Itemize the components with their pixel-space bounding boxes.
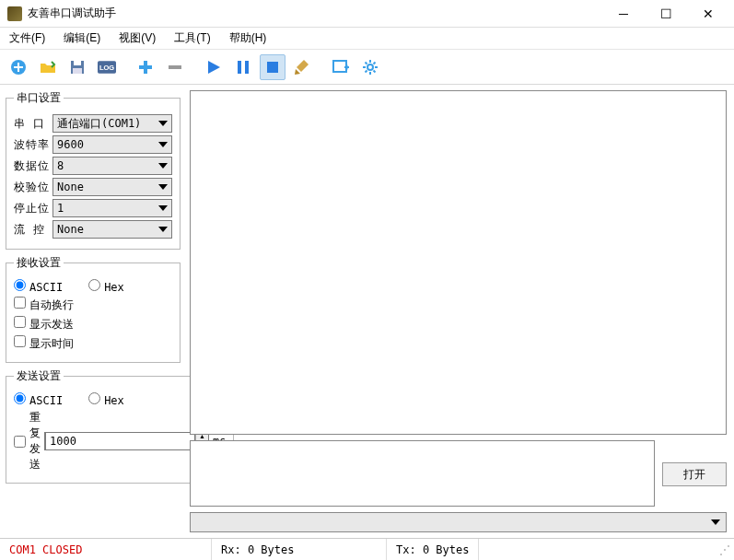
resize-grip-icon[interactable]: ⋰: [719, 543, 734, 556]
menu-edit[interactable]: 编辑(E): [60, 29, 104, 48]
svg-rect-9: [267, 62, 278, 73]
svg-rect-2: [74, 61, 81, 65]
app-icon: [7, 6, 22, 21]
toolbar: LOG: [0, 50, 734, 85]
recv-ascii-radio[interactable]: ASCII: [14, 279, 63, 294]
minimize-button[interactable]: ─: [611, 5, 636, 23]
svg-rect-10: [333, 61, 346, 72]
flow-select[interactable]: None: [52, 220, 172, 239]
baud-label: 波特率: [14, 137, 52, 153]
interval-spinner[interactable]: ▲▼: [44, 432, 209, 450]
window-title: 友善串口调试助手: [28, 6, 611, 21]
databits-select[interactable]: 8: [52, 157, 172, 175]
baud-select[interactable]: 9600: [52, 135, 172, 154]
svg-text:LOG: LOG: [99, 64, 114, 72]
recv-settings-legend: 接收设置: [14, 255, 64, 271]
plus-icon[interactable]: [133, 54, 158, 80]
stopbits-select[interactable]: 1: [52, 199, 172, 217]
serial-settings-group: 串口设置 串 口 通信端口(COM1) 波特率 9600 数据位 8 校验位 N…: [6, 90, 181, 250]
svg-rect-7: [238, 61, 241, 74]
log-icon[interactable]: LOG: [94, 54, 120, 80]
repeat-checkbox[interactable]: 重复发送: [14, 410, 41, 472]
open-folder-icon[interactable]: [35, 54, 61, 80]
save-disk-icon[interactable]: [64, 54, 90, 80]
parity-select[interactable]: None: [52, 178, 172, 196]
close-button[interactable]: ✕: [695, 5, 721, 23]
svg-point-11: [367, 64, 373, 70]
status-tx: Tx: 0 Bytes: [387, 539, 479, 560]
history-select[interactable]: [190, 512, 727, 532]
menu-file[interactable]: 文件(F): [6, 29, 49, 48]
new-icon[interactable]: [6, 54, 31, 80]
show-send-checkbox[interactable]: 显示发送: [14, 316, 74, 332]
menu-view[interactable]: 视图(V): [115, 29, 159, 48]
svg-rect-3: [73, 68, 82, 74]
status-rx: Rx: 0 Bytes: [212, 539, 387, 560]
minus-icon[interactable]: [162, 54, 188, 80]
menu-tools[interactable]: 工具(T): [170, 29, 214, 48]
flow-label: 流 控: [14, 222, 52, 238]
recv-hex-radio[interactable]: Hex: [88, 279, 124, 294]
show-time-checkbox[interactable]: 显示时间: [14, 335, 74, 352]
maximize-button[interactable]: ☐: [653, 5, 679, 23]
send-ascii-radio[interactable]: ASCII: [14, 392, 63, 407]
play-icon[interactable]: [201, 54, 227, 80]
port-label: 串 口: [14, 116, 52, 132]
open-button[interactable]: 打开: [662, 462, 727, 486]
parity-label: 校验位: [14, 180, 52, 195]
recv-settings-group: 接收设置 ASCII Hex 自动换行 显示发送 显示时间: [6, 255, 181, 363]
menubar: 文件(F) 编辑(E) 视图(V) 工具(T) 帮助(H): [0, 28, 734, 50]
gear-icon[interactable]: [357, 54, 383, 80]
broom-icon[interactable]: [289, 54, 315, 80]
send-settings-legend: 发送设置: [14, 368, 64, 384]
stop-icon[interactable]: [260, 54, 285, 80]
right-panel: 打开: [186, 85, 734, 532]
statusbar: COM1 CLOSED Rx: 0 Bytes Tx: 0 Bytes ⋰: [0, 538, 734, 560]
menu-help[interactable]: 帮助(H): [226, 29, 271, 48]
data-label: 数据位: [14, 158, 52, 174]
status-port: COM1 CLOSED: [0, 539, 212, 560]
send-hex-radio[interactable]: Hex: [88, 392, 124, 407]
receive-textarea[interactable]: [190, 90, 727, 435]
serial-settings-legend: 串口设置: [14, 90, 64, 106]
svg-marker-6: [208, 61, 220, 74]
svg-rect-8: [245, 61, 249, 74]
left-panel: 串口设置 串 口 通信端口(COM1) 波特率 9600 数据位 8 校验位 N…: [0, 85, 186, 532]
window-plus-icon[interactable]: [328, 54, 354, 80]
titlebar: 友善串口调试助手 ─ ☐ ✕: [0, 0, 734, 28]
send-textarea[interactable]: [190, 440, 655, 507]
port-select[interactable]: 通信端口(COM1): [52, 114, 172, 133]
pause-icon[interactable]: [230, 54, 256, 80]
wrap-checkbox[interactable]: 自动换行: [14, 297, 74, 313]
stop-label: 停止位: [14, 201, 52, 216]
